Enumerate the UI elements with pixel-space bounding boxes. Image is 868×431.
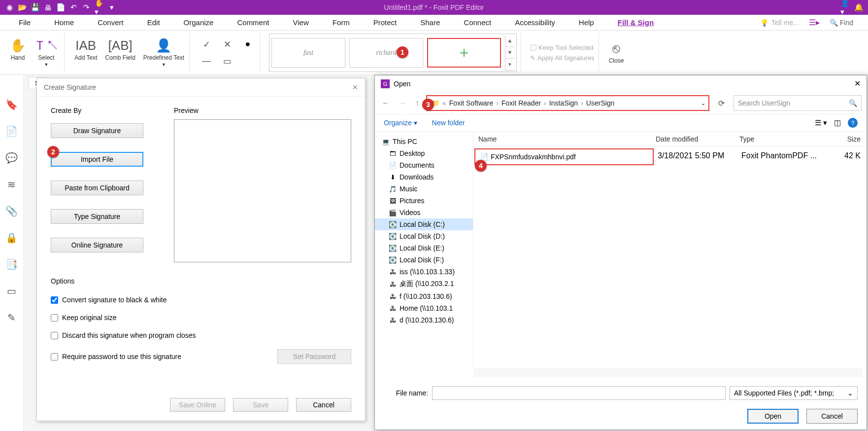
open-button[interactable]: Open	[747, 409, 799, 424]
col-name[interactable]: Name	[473, 135, 651, 143]
x-mark-tool[interactable]: ✕	[222, 39, 232, 49]
tree-this-pc[interactable]: 💻This PC	[375, 136, 473, 147]
tree-net-d[interactable]: 🖧d (\\10.203.130.6)	[375, 314, 473, 326]
col-size[interactable]: Size	[813, 135, 867, 143]
nav-up-icon[interactable]: ↑	[413, 97, 421, 109]
dot-tool[interactable]: ●	[243, 39, 253, 49]
breadcrumb-path[interactable]: 📁 « Foxit Software› Foxit Reader› InstaS…	[426, 95, 709, 111]
menu-convert[interactable]: Convert	[94, 16, 128, 29]
cancel-button[interactable]: Cancel	[806, 409, 858, 424]
tree-music[interactable]: 🎵Music	[375, 183, 473, 195]
page-icon[interactable]: 📄	[56, 3, 65, 12]
tree-local-disk-e[interactable]: 💽Local Disk (E:)	[375, 242, 473, 254]
destinations-icon[interactable]: ▭	[7, 285, 16, 297]
select-tool[interactable]: Ｔ↖Select▼	[33, 37, 60, 68]
cancel-button[interactable]: Cancel	[296, 398, 351, 412]
add-text-tool[interactable]: IABAdd Text	[73, 37, 98, 68]
apply-all-signatures[interactable]: ✎ Apply All Signatures	[530, 54, 595, 62]
gallery-more-icon[interactable]: ▾	[505, 59, 514, 71]
menu-view[interactable]: View	[289, 16, 312, 29]
opt-convert-bw[interactable]	[51, 296, 58, 304]
redo-icon[interactable]: ↷	[82, 3, 91, 12]
keep-tool-checkbox[interactable]: Keep Tool Selected	[530, 44, 595, 51]
predefined-text-tool[interactable]: 👤Predefined Text▼	[142, 37, 185, 68]
tree-local-disk-d[interactable]: 💽Local Disk (D:)	[375, 230, 473, 242]
open-icon[interactable]: 📂	[18, 3, 27, 12]
gallery-up-icon[interactable]: ▲	[505, 35, 514, 47]
horizontal-scrollbar[interactable]	[473, 368, 863, 377]
tree-local-disk-f[interactable]: 💽Local Disk (F:)	[375, 254, 473, 266]
draw-signature-button[interactable]: Draw Signature	[51, 123, 143, 138]
app-logo-icon[interactable]: ◉	[5, 3, 14, 12]
chevron-down-icon[interactable]: ⌄	[701, 100, 705, 107]
search-input[interactable]: Search UserSign 🔍	[734, 95, 862, 111]
tree-net-home[interactable]: 🖧Home (\\10.103.1	[375, 302, 473, 314]
col-date[interactable]: Date modified	[651, 135, 734, 143]
tree-net-f[interactable]: 🖧f (\\10.203.130.6)	[375, 290, 473, 302]
menu-organize[interactable]: Organize	[180, 16, 218, 29]
opt-discard[interactable]	[51, 332, 58, 339]
close-icon[interactable]: ✕	[854, 79, 861, 88]
tell-me-search[interactable]: 💡 Tell me...	[760, 19, 799, 27]
menu-edit[interactable]: Edit	[143, 16, 164, 29]
tree-documents[interactable]: 📄Documents	[375, 159, 473, 171]
tree-local-disk-c[interactable]: 💽Local Disk (C:)	[375, 218, 473, 230]
online-signature-button[interactable]: Online Signature	[51, 238, 143, 252]
menu-comment[interactable]: Comment	[233, 16, 273, 29]
search-icon[interactable]: 🔍	[849, 99, 857, 107]
menu-accessibility[interactable]: Accessibility	[511, 16, 559, 29]
print-icon[interactable]: 🖶	[43, 3, 52, 12]
signature-slot-2[interactable]: richard	[349, 38, 423, 68]
menu-fill-sign[interactable]: Fill & Sign	[614, 16, 658, 29]
file-row[interactable]: 📄 FXPSnmfudsvakmhbnvi.pdf	[474, 148, 654, 165]
collapse-ribbon-icon[interactable]: ☰▸	[809, 18, 820, 27]
attachments-icon[interactable]: 📎	[5, 205, 18, 217]
menu-form[interactable]: Form	[329, 16, 354, 29]
new-folder-button[interactable]: New folder	[432, 119, 465, 127]
sign-panel-icon[interactable]: ✎	[7, 312, 16, 323]
nav-back-icon[interactable]: ←	[380, 97, 392, 109]
menu-help[interactable]: Help	[575, 16, 598, 29]
help-icon[interactable]: ?	[848, 118, 858, 128]
tree-net-iss[interactable]: 🖧iss (\\10.103.1.33)	[375, 266, 473, 278]
tree-videos[interactable]: 🎬Videos	[375, 207, 473, 218]
comb-field-tool[interactable]: [AB]Comb Field	[104, 37, 136, 68]
hand-toggle-icon[interactable]: ✋▾	[95, 3, 103, 12]
rect-tool[interactable]: ▭	[222, 56, 232, 66]
bookmarks-icon[interactable]: 🔖	[5, 99, 18, 110]
view-options-icon[interactable]: ☰ ▾	[815, 118, 827, 127]
user-icon[interactable]: 👤▾	[840, 3, 849, 12]
close-icon[interactable]: ✕	[352, 83, 358, 91]
checkmark-tool[interactable]: ✓	[201, 39, 211, 49]
tree-pictures[interactable]: 🖼Pictures	[375, 195, 473, 207]
security-icon[interactable]: 🔒	[5, 232, 18, 244]
gallery-down-icon[interactable]: ▼	[505, 47, 514, 59]
hand-tool[interactable]: ✋Hand	[9, 37, 27, 68]
menu-home[interactable]: Home	[50, 16, 78, 29]
bell-icon[interactable]: 🔔	[854, 3, 863, 12]
menu-share[interactable]: Share	[416, 16, 444, 29]
signature-slot-1[interactable]: fast	[271, 38, 345, 68]
tree-downloads[interactable]: ⬇Downloads	[375, 171, 473, 183]
filename-input[interactable]	[432, 386, 726, 400]
save-icon[interactable]: 💾	[31, 3, 39, 12]
articles-icon[interactable]: 📑	[5, 258, 18, 270]
layers-icon[interactable]: ≋	[7, 179, 16, 190]
close-ribbon-button[interactable]: ⎋Close	[608, 40, 625, 65]
find-button[interactable]: 🔍 Find	[830, 19, 853, 27]
opt-require-pwd[interactable]	[51, 353, 58, 360]
refresh-icon[interactable]: ⟳	[714, 97, 729, 110]
qat-more-icon[interactable]: ▾	[107, 3, 116, 12]
tree-desktop[interactable]: 🗔Desktop	[375, 147, 473, 159]
comments-icon[interactable]: 💬	[5, 152, 18, 164]
file-filter-dropdown[interactable]: All Supported Files (*.pdf; *.bmp;⌄	[730, 386, 858, 400]
line-tool[interactable]: —	[201, 56, 211, 66]
menu-file[interactable]: File	[15, 16, 34, 29]
undo-icon[interactable]: ↶	[69, 3, 78, 12]
paste-clipboard-button[interactable]: Paste from Clipboard	[51, 180, 143, 195]
import-file-button[interactable]: Import File	[51, 152, 143, 167]
organize-menu[interactable]: Organize ▾	[384, 119, 417, 127]
col-type[interactable]: Type	[734, 135, 813, 143]
opt-keep-size[interactable]	[51, 314, 58, 322]
add-signature-button[interactable]: ＋	[427, 38, 501, 68]
